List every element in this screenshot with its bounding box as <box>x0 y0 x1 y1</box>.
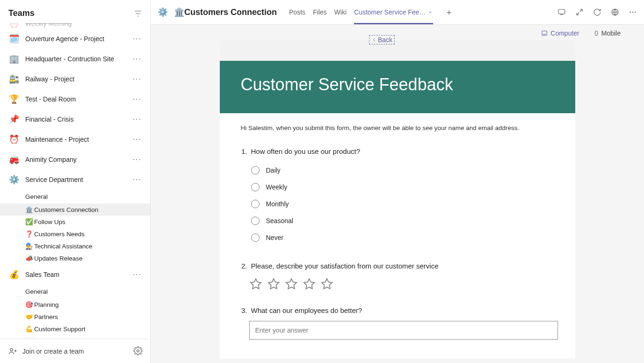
radio-input[interactable] <box>251 233 260 242</box>
question-1: 1.How often do you use our product? Dail… <box>241 147 554 246</box>
radio-option[interactable]: Monthly <box>251 196 554 212</box>
radio-option[interactable]: Weekly <box>251 179 554 196</box>
team-label: Service Department <box>25 176 131 183</box>
star-icon[interactable] <box>285 277 298 290</box>
team-more-icon[interactable]: ··· <box>131 115 144 123</box>
team-label: Animity Company <box>25 156 131 163</box>
team-emoji-icon: 🏆 <box>7 93 21 106</box>
svg-point-6 <box>635 12 636 13</box>
add-tab-button[interactable]: ＋ <box>443 7 455 18</box>
team-label: Railway - Project <box>25 75 131 83</box>
viewport-computer[interactable]: Computer <box>541 29 579 37</box>
team-item[interactable]: ⚙️ Service Department ··· <box>0 169 150 189</box>
radio-option[interactable]: Never <box>251 229 554 246</box>
back-link[interactable]: Back <box>369 35 395 44</box>
channel-item[interactable]: 📣Updates Release <box>0 252 150 264</box>
viewport-mobile[interactable]: Mobile <box>593 29 621 37</box>
refresh-icon[interactable] <box>593 7 602 17</box>
svg-rect-8 <box>595 31 597 35</box>
radio-label: Never <box>266 234 283 241</box>
team-label: Test - Deal Room <box>25 95 131 103</box>
tab-wiki[interactable]: Wiki <box>334 0 347 24</box>
team-item[interactable]: 🚒 Animity Company ··· <box>0 149 150 169</box>
team-more-icon[interactable]: ··· <box>131 175 144 184</box>
q3-answer-input[interactable] <box>249 321 558 340</box>
star-icon[interactable] <box>303 277 316 290</box>
radio-input[interactable] <box>251 200 260 208</box>
form-preview: Customer Service Feedback Hi Salestim, w… <box>220 40 575 358</box>
channel-item[interactable]: ❓Customers Needs <box>0 228 150 240</box>
team-more-icon[interactable]: ··· <box>131 155 144 164</box>
question-3: 3.What can our employees do better? <box>241 306 554 340</box>
team-item[interactable]: 🚉 Railway - Project ··· <box>0 69 150 89</box>
team-more-icon[interactable]: ··· <box>131 35 144 43</box>
content-area: Back Computer Mobile Customer Service Fe… <box>151 25 644 363</box>
team-more-icon[interactable]: ··· <box>131 135 144 144</box>
channel-item[interactable]: ✅Follow Ups <box>0 216 150 228</box>
form-title: Customer Service Feedback <box>241 75 554 94</box>
more-icon[interactable] <box>628 7 637 17</box>
channel-title: 🏛️Customers Connection <box>174 7 277 17</box>
main-area: ⚙️ 🏛️Customers Connection PostsFilesWiki… <box>151 0 644 363</box>
tab-files[interactable]: Files <box>313 0 327 24</box>
radio-input[interactable] <box>251 166 260 174</box>
sidebar-title: Teams <box>8 8 35 18</box>
team-item[interactable]: ⏰ Maintenance - Project ··· <box>0 129 150 149</box>
radio-option[interactable]: Daily <box>251 162 554 179</box>
channel-general[interactable]: General <box>0 284 150 298</box>
team-emoji-icon: 🚉 <box>7 73 21 86</box>
radio-label: Weekly <box>266 183 288 191</box>
svg-point-0 <box>10 348 13 351</box>
reply-icon[interactable] <box>557 7 566 17</box>
team-item[interactable]: 📌 Financial - Crisis ··· <box>0 109 150 129</box>
team-emoji-icon: ⏰ <box>7 23 21 30</box>
team-item[interactable]: 🏆 Test - Deal Room ··· <box>0 89 150 109</box>
radio-label: Seasonal <box>266 217 293 225</box>
radio-option[interactable]: Seasonal <box>251 212 554 229</box>
channel-item[interactable]: 🏛️Customers Connection <box>0 203 150 216</box>
team-emoji-icon: 📌 <box>7 113 21 126</box>
team-more-icon[interactable]: ··· <box>131 75 144 83</box>
team-more-icon[interactable]: ··· <box>131 55 144 63</box>
channel-item[interactable]: 👨‍🔧Technical Assistance <box>0 240 150 252</box>
team-label: Financial - Crisis <box>25 116 131 123</box>
team-emoji-icon: 🚒 <box>7 153 21 166</box>
team-label: Sales Team <box>25 271 131 278</box>
tab-customer-service-fee-[interactable]: Customer Service Fee… <box>354 0 433 24</box>
svg-rect-2 <box>558 9 565 14</box>
team-item[interactable]: 💰 Sales Team ··· <box>0 264 150 284</box>
channel-item[interactable]: 📊Reports <box>0 335 150 339</box>
channel-general[interactable]: General <box>0 189 150 203</box>
teams-sidebar: Teams ⏰ Weekly Meeting 🗓️ Ouverture Agen… <box>0 0 151 363</box>
team-label: Maintenance - Project <box>25 136 131 143</box>
team-label: Headquarter - Contruction Site <box>25 55 131 63</box>
team-emoji-icon: 🗓️ <box>7 32 21 45</box>
team-item[interactable]: 🏢 Headquarter - Contruction Site ··· <box>0 49 150 69</box>
channel-item[interactable]: 🎯Planning <box>0 298 150 311</box>
star-icon[interactable] <box>267 277 280 290</box>
team-emoji-icon: ⏰ <box>7 133 21 146</box>
expand-icon[interactable] <box>575 7 584 17</box>
radio-input[interactable] <box>251 217 260 225</box>
star-icon[interactable] <box>249 277 262 290</box>
radio-input[interactable] <box>251 183 260 191</box>
join-create-label: Join or create a team <box>22 348 84 355</box>
channel-item[interactable]: 💪Customer Support <box>0 323 150 335</box>
star-icon[interactable] <box>320 277 333 290</box>
team-label: Ouverture Agence - Project <box>25 35 131 43</box>
team-more-icon[interactable]: ··· <box>131 95 144 103</box>
team-more-icon[interactable]: ··· <box>131 270 144 279</box>
radio-label: Monthly <box>266 200 289 208</box>
join-create-team[interactable]: Join or create a team <box>8 347 133 356</box>
svg-rect-7 <box>542 31 547 34</box>
tab-posts[interactable]: Posts <box>289 0 305 24</box>
filter-icon[interactable] <box>133 9 143 18</box>
channel-item[interactable]: 🤝Partners <box>0 311 150 323</box>
team-item[interactable]: 🗓️ Ouverture Agence - Project ··· <box>0 29 150 49</box>
settings-gear-icon[interactable] <box>133 346 144 356</box>
globe-icon[interactable] <box>610 7 620 17</box>
team-emoji-icon: 🏢 <box>7 52 21 65</box>
team-item[interactable]: ⏰ Weekly Meeting <box>0 23 150 29</box>
radio-label: Daily <box>266 167 281 174</box>
svg-point-5 <box>632 12 633 13</box>
